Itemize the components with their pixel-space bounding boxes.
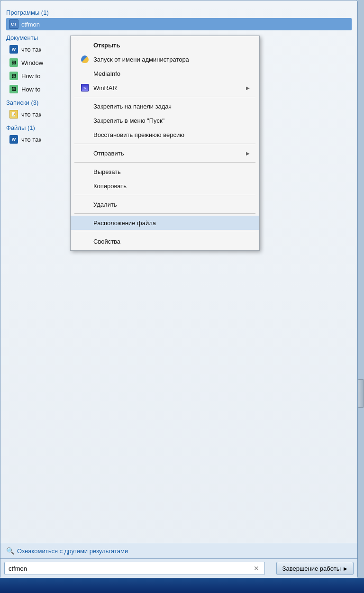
separator-3	[74, 162, 255, 163]
ctx-cut-label: Вырезать	[93, 168, 121, 175]
doc-label-3: How to	[21, 73, 40, 80]
winrar-icon: W	[80, 83, 90, 92]
copy-icon	[80, 181, 90, 191]
ctx-send-inner: Отправить	[80, 148, 124, 158]
ctx-run-admin[interactable]: Запуск от имени администратора	[71, 52, 259, 66]
ctfmon-label: ctfmon	[21, 21, 40, 28]
winrar-arrow: ▶	[246, 85, 250, 91]
ctx-properties-label: Свойства	[93, 238, 120, 245]
search-icon-bottom: 🔍	[6, 547, 14, 555]
ctx-winrar-label: WinRAR	[93, 84, 117, 91]
pin-taskbar-icon	[80, 101, 90, 111]
ctx-pin-taskbar-label: Закрепить на панели задач	[93, 103, 172, 110]
shutdown-button[interactable]: Завершение работы ▶	[276, 562, 354, 575]
shutdown-arrow: ▶	[344, 566, 347, 571]
open-icon	[80, 40, 90, 50]
search-input[interactable]	[4, 562, 265, 575]
note-label-1: что так	[21, 111, 41, 118]
ctx-pin-start-label: Закрепить в меню "Пуск"	[93, 117, 164, 124]
ctx-restore-label: Восстановить прежнюю версию	[93, 131, 184, 138]
ctx-restore[interactable]: Восстановить прежнюю версию	[71, 128, 259, 142]
separator-2	[74, 144, 255, 144]
separator-5	[74, 213, 255, 214]
ctfmon-icon: CT	[9, 19, 18, 29]
search-bar: ✕ Завершение работы ▶	[0, 558, 357, 578]
doc-label-2: Window	[21, 59, 43, 66]
ctx-winrar[interactable]: W WinRAR ▶	[71, 81, 259, 95]
delete-icon	[80, 200, 90, 209]
notepad-icon-1: 📝	[9, 109, 18, 119]
ctx-file-location-label: Расположение файла	[93, 219, 156, 227]
scrollbar-panel	[358, 0, 364, 578]
word-icon-2: W	[9, 135, 18, 144]
ctx-open[interactable]: Открыть	[71, 38, 259, 52]
ctx-open-label: Открыть	[93, 42, 120, 49]
ctfmon-item[interactable]: CT ctfmon	[6, 18, 352, 30]
ctx-properties[interactable]: Свойства	[71, 234, 259, 248]
properties-icon	[80, 237, 90, 246]
ctx-mediainfo[interactable]: MediaInfo	[71, 66, 259, 81]
separator-1	[74, 97, 255, 97]
scrollbar-thumb[interactable]	[358, 379, 364, 408]
ctx-send-label: Отправить	[93, 150, 124, 157]
restore-icon	[80, 130, 90, 139]
ctx-copy-label: Копировать	[93, 182, 127, 190]
ctx-cut[interactable]: Вырезать	[71, 164, 259, 179]
context-menu: Открыть Запуск от имени администратора M…	[70, 36, 260, 251]
file-label-1: что так	[21, 136, 41, 143]
separator-4	[74, 195, 255, 195]
see-more-bar: 🔍 Ознакомиться с другими результатами	[0, 543, 357, 558]
ctx-winrar-inner: W WinRAR	[80, 83, 117, 92]
image-icon-2: 🖼	[9, 71, 18, 81]
shutdown-label: Завершение работы	[282, 565, 341, 572]
send-icon	[80, 148, 90, 158]
cut-icon	[80, 167, 90, 176]
doc-label-1: что так	[21, 46, 41, 53]
taskbar	[0, 578, 364, 593]
ctx-delete[interactable]: Удалить	[71, 197, 259, 211]
shield-icon	[80, 55, 90, 64]
ctx-pin-start[interactable]: Закрепить в меню "Пуск"	[71, 113, 259, 128]
file-location-icon	[80, 218, 90, 228]
ctx-file-location[interactable]: Расположение файла	[71, 216, 259, 230]
doc-label-4: How to	[21, 86, 40, 93]
ctx-delete-label: Удалить	[93, 201, 117, 208]
ctx-pin-taskbar[interactable]: Закрепить на панели задач	[71, 99, 259, 113]
pin-start-icon	[80, 116, 90, 125]
send-arrow: ▶	[246, 151, 250, 156]
word-icon-1: W	[9, 45, 18, 54]
ctx-send-to[interactable]: Отправить ▶	[71, 146, 259, 160]
image-icon-3: 🖼	[9, 84, 18, 94]
see-more-link[interactable]: Ознакомиться с другими результатами	[17, 547, 128, 555]
separator-6	[74, 232, 255, 232]
ctx-mediainfo-label: MediaInfo	[93, 70, 120, 77]
programs-header: Программы (1)	[6, 9, 352, 16]
ctx-copy[interactable]: Копировать	[71, 179, 259, 193]
mediainfo-icon	[80, 69, 90, 78]
image-icon-1: 🖼	[9, 58, 18, 67]
clear-icon[interactable]: ✕	[254, 565, 259, 572]
ctx-run-admin-label: Запуск от имени администратора	[93, 56, 189, 63]
